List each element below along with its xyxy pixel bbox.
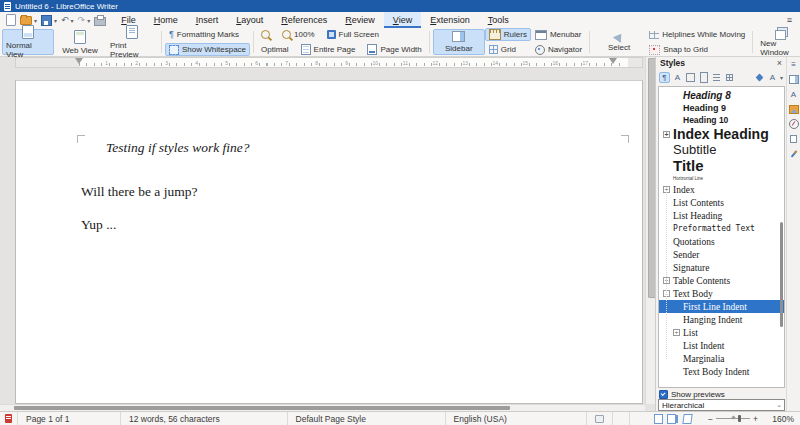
style-list-item[interactable]: Signature bbox=[659, 261, 784, 274]
document-paragraph[interactable]: Testing if styles work fine? bbox=[81, 139, 616, 156]
style-inspector-deck-icon[interactable] bbox=[789, 149, 799, 159]
expander-icon[interactable] bbox=[663, 175, 670, 182]
styles-filter-dropdown[interactable]: Hierarchical ⌄ bbox=[658, 399, 785, 411]
normal-view-button[interactable]: Normal View bbox=[2, 29, 54, 55]
style-list-item[interactable]: + Index Heading bbox=[659, 126, 784, 142]
expander-icon[interactable] bbox=[673, 342, 680, 349]
zoom-in-icon[interactable]: + bbox=[753, 414, 758, 424]
gallery-deck-icon[interactable] bbox=[789, 104, 799, 114]
show-previews-checkbox[interactable] bbox=[659, 390, 668, 399]
zoom-slider-thumb[interactable] bbox=[738, 415, 741, 422]
single-page-view-icon[interactable] bbox=[654, 414, 663, 424]
full-screen-button[interactable]: Full Screen bbox=[323, 28, 383, 41]
expander-icon[interactable] bbox=[663, 146, 670, 153]
menu-tab[interactable]: Insert bbox=[187, 12, 228, 28]
zoom-percentage[interactable]: 160% bbox=[766, 412, 800, 425]
frame-styles-icon[interactable] bbox=[685, 72, 696, 83]
multi-page-view-icon[interactable] bbox=[667, 414, 676, 424]
page-style-status[interactable]: Default Page Style bbox=[288, 412, 446, 425]
document-modified-indicator[interactable] bbox=[0, 412, 18, 425]
book-view-icon[interactable] bbox=[682, 414, 692, 424]
expander-icon[interactable] bbox=[673, 105, 680, 112]
print-icon[interactable] bbox=[94, 17, 106, 26]
document-paragraph[interactable]: Will there be a jump? bbox=[81, 183, 616, 200]
style-list-item[interactable]: Horizontal Line bbox=[659, 174, 784, 183]
table-styles-icon[interactable] bbox=[724, 72, 735, 83]
open-file-icon[interactable] bbox=[20, 16, 32, 25]
expander-icon[interactable] bbox=[673, 316, 680, 323]
style-list-item[interactable]: Marginalia bbox=[659, 352, 784, 365]
expander-icon[interactable]: + bbox=[673, 329, 680, 336]
style-list-item[interactable]: Sender bbox=[659, 248, 784, 261]
style-list-item[interactable]: Preformatted Text bbox=[659, 222, 784, 235]
style-list-item[interactable]: Heading 10 bbox=[659, 114, 784, 126]
new-style-from-selection-icon[interactable]: A bbox=[767, 72, 778, 83]
expander-icon[interactable] bbox=[673, 368, 680, 375]
vertical-scrollbar[interactable] bbox=[645, 57, 655, 404]
new-document-icon[interactable] bbox=[6, 14, 16, 26]
navigator-deck-icon[interactable] bbox=[789, 119, 799, 129]
language-status[interactable]: English (USA) bbox=[446, 412, 588, 425]
menu-tab[interactable]: Home bbox=[145, 12, 187, 28]
list-styles-icon[interactable] bbox=[711, 72, 722, 83]
horizontal-scrollbar[interactable] bbox=[0, 404, 645, 411]
rulers-toggle[interactable]: Rulers bbox=[485, 28, 531, 41]
expander-icon[interactable] bbox=[673, 117, 680, 124]
menu-tab[interactable]: Review bbox=[336, 12, 384, 28]
open-dropdown-icon[interactable]: ▾ bbox=[34, 17, 37, 24]
grid-toggle[interactable]: Grid bbox=[485, 43, 531, 56]
styles-list-scrollbar-thumb[interactable] bbox=[780, 222, 783, 327]
navigator-toggle[interactable]: Navigator bbox=[531, 43, 586, 56]
select-button[interactable]: Select bbox=[593, 29, 645, 55]
expander-icon[interactable] bbox=[673, 355, 680, 362]
style-list-item[interactable]: Hanging Indent bbox=[659, 313, 784, 326]
insert-mode-status[interactable] bbox=[587, 412, 613, 425]
redo-dropdown-icon[interactable]: ▾ bbox=[87, 17, 90, 24]
save-icon[interactable] bbox=[41, 15, 52, 26]
zoom-slider[interactable]: − + bbox=[700, 412, 766, 425]
helplines-toggle[interactable]: Helplines While Moving bbox=[645, 28, 749, 41]
menubar-overflow-icon[interactable]: ≡ bbox=[787, 15, 792, 25]
style-list-item[interactable]: Quotations bbox=[659, 235, 784, 248]
zoom-out-icon[interactable]: − bbox=[708, 414, 713, 424]
styles-deck-icon[interactable]: A bbox=[789, 89, 799, 99]
page-number-status[interactable]: Page 1 of 1 bbox=[18, 412, 121, 425]
title-bar[interactable]: Untitled 6 - LibreOffice Writer bbox=[0, 0, 800, 12]
properties-deck-icon[interactable] bbox=[789, 74, 799, 84]
expander-icon[interactable] bbox=[673, 92, 680, 99]
style-list-item[interactable]: List Indent bbox=[659, 339, 784, 352]
menu-tab[interactable]: References bbox=[272, 12, 336, 28]
undo-icon[interactable]: ↶ bbox=[61, 15, 69, 25]
style-list-item[interactable]: + List bbox=[659, 326, 784, 339]
menu-tab[interactable]: View bbox=[384, 12, 421, 28]
menu-tab[interactable]: Layout bbox=[227, 12, 272, 28]
style-list-item[interactable]: + Index bbox=[659, 183, 784, 196]
web-view-button[interactable]: Web View bbox=[54, 29, 106, 55]
selection-mode-status[interactable] bbox=[613, 412, 630, 425]
menu-tab[interactable]: Extension bbox=[421, 12, 479, 28]
left-indent-marker[interactable] bbox=[75, 58, 83, 64]
save-dropdown-icon[interactable]: ▾ bbox=[54, 17, 57, 24]
paragraph-styles-icon[interactable]: ¶ bbox=[659, 72, 670, 83]
character-styles-icon[interactable]: A bbox=[672, 72, 683, 83]
zoom-button[interactable] bbox=[257, 28, 274, 41]
show-whitespace-toggle[interactable]: Show Whitespace bbox=[165, 43, 250, 56]
style-list-item[interactable]: List Heading bbox=[659, 209, 784, 222]
fill-format-mode-icon[interactable] bbox=[754, 72, 765, 83]
formatting-marks-toggle[interactable]: ¶ Formatting Marks bbox=[165, 28, 250, 41]
sidebar-settings-icon[interactable]: ≡ bbox=[789, 59, 799, 69]
expander-icon[interactable]: + bbox=[663, 131, 670, 138]
menubar-toggle[interactable]: Menubar bbox=[531, 28, 586, 41]
style-list-item[interactable]: Heading 9 bbox=[659, 102, 784, 114]
right-indent-marker[interactable] bbox=[609, 58, 617, 64]
new-window-button[interactable]: New Window bbox=[756, 29, 800, 55]
style-list-item[interactable]: + Table Contents bbox=[659, 274, 784, 287]
entire-page-button[interactable]: Entire Page bbox=[297, 43, 360, 56]
style-list-item[interactable]: Title bbox=[659, 157, 784, 174]
print-preview-button[interactable]: Print Preview bbox=[106, 29, 158, 55]
sidebar-toggle[interactable]: Sidebar bbox=[433, 29, 485, 55]
new-style-dropdown-icon[interactable]: ▾ bbox=[780, 74, 783, 81]
page-width-button[interactable]: Page Width bbox=[363, 43, 425, 56]
style-list-item[interactable]: Heading 8 bbox=[659, 89, 784, 102]
page-styles-icon[interactable] bbox=[698, 72, 709, 83]
